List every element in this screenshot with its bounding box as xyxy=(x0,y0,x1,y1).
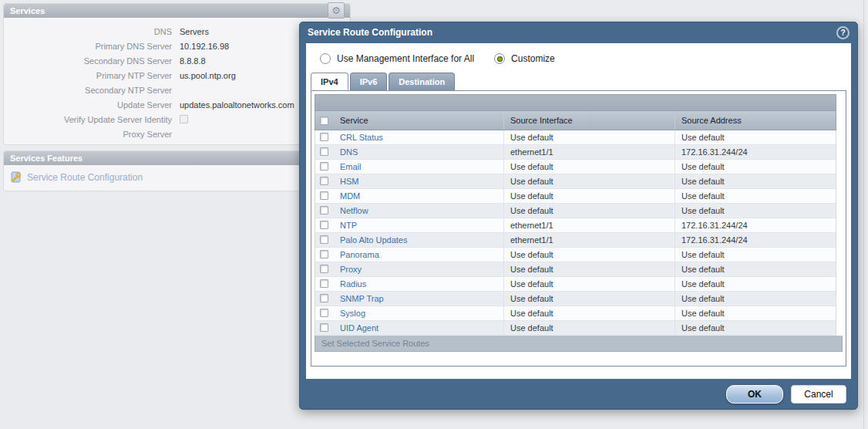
source-interface-cell: Use default xyxy=(503,160,675,174)
service-link[interactable]: SNMP Trap xyxy=(340,294,384,303)
table-row[interactable]: DNSethernet1/1172.16.31.244/24 xyxy=(315,145,836,160)
services-row-value: 10.192.16.98 xyxy=(172,42,229,51)
table-row[interactable]: PanoramaUse defaultUse default xyxy=(315,248,836,262)
radio-option-customize[interactable]: Customize xyxy=(494,53,555,64)
source-address-cell: Use default xyxy=(675,174,836,188)
service-route-wrench-icon xyxy=(10,171,22,184)
service-cell: NTP xyxy=(334,221,503,230)
row-checkbox[interactable] xyxy=(320,191,328,200)
service-link[interactable]: UID Agent xyxy=(340,323,378,333)
column-header-service[interactable]: Service xyxy=(334,111,503,130)
service-link[interactable]: Syslog xyxy=(340,309,365,318)
table-row[interactable]: UID AgentUse defaultUse default xyxy=(315,321,836,336)
radio-option-use-management-interface-for-all[interactable]: Use Management Interface for All xyxy=(320,53,474,64)
service-link[interactable]: Netflow xyxy=(340,206,368,215)
service-link[interactable]: MDM xyxy=(340,191,360,201)
row-checkbox-cell xyxy=(315,206,334,216)
source-interface-cell: ethernet1/1 xyxy=(503,145,675,159)
set-selected-service-routes-button[interactable]: Set Selected Service Routes xyxy=(315,336,843,352)
service-cell: Netflow xyxy=(334,206,503,215)
gear-icon[interactable]: ⚙ xyxy=(328,2,345,19)
service-cell: Palo Alto Updates xyxy=(334,235,503,245)
services-panel-header: Services ⚙ xyxy=(4,4,350,18)
services-row-value: us.pool.ntp.org xyxy=(172,71,236,80)
column-header-source-interface[interactable]: Source Interface xyxy=(503,111,675,130)
verify-update-server-identity-checkbox[interactable] xyxy=(180,115,188,123)
table-row[interactable]: SyslogUse defaultUse default xyxy=(315,306,836,321)
tab-ipv6[interactable]: IPv6 xyxy=(350,73,388,90)
row-checkbox[interactable] xyxy=(320,206,328,214)
row-checkbox-cell xyxy=(315,191,334,201)
services-row-label: Primary NTP Server xyxy=(4,71,172,80)
radio-selected-icon xyxy=(494,53,505,64)
ok-button[interactable]: OK xyxy=(726,385,783,404)
table-row[interactable]: ProxyUse defaultUse default xyxy=(315,262,836,277)
services-row: Primary DNS Server10.192.16.98 xyxy=(4,39,350,53)
row-checkbox-cell xyxy=(315,323,334,333)
row-checkbox[interactable] xyxy=(320,279,328,288)
row-checkbox[interactable] xyxy=(320,221,328,229)
service-link[interactable]: DNS xyxy=(340,147,358,157)
service-route-configuration-row[interactable]: Service Route Configuration xyxy=(4,165,350,191)
row-checkbox[interactable] xyxy=(320,133,328,141)
services-row-value: 8.8.8.8 xyxy=(172,56,206,66)
services-row-label: Primary DNS Server xyxy=(4,42,172,51)
row-checkbox[interactable] xyxy=(320,294,328,302)
service-cell: DNS xyxy=(334,147,503,157)
source-address-cell: Use default xyxy=(675,306,836,320)
table-row[interactable]: HSMUse defaultUse default xyxy=(315,174,836,189)
tab-destination[interactable]: Destination xyxy=(389,73,455,90)
table-row[interactable]: EmailUse defaultUse default xyxy=(315,160,836,174)
table-row[interactable]: NTPethernet1/1172.16.31.244/24 xyxy=(315,218,836,233)
service-link[interactable]: CRL Status xyxy=(340,133,383,142)
source-address-cell: Use default xyxy=(675,204,836,218)
services-row: Primary NTP Serverus.pool.ntp.org xyxy=(4,68,350,83)
row-checkbox[interactable] xyxy=(320,235,328,244)
service-link[interactable]: HSM xyxy=(340,177,358,186)
table-row[interactable]: RadiusUse defaultUse default xyxy=(315,277,836,292)
source-interface-cell: ethernet1/1 xyxy=(503,218,675,232)
service-link[interactable]: Panorama xyxy=(340,250,379,259)
row-checkbox[interactable] xyxy=(320,265,328,273)
table-row[interactable]: CRL StatusUse defaultUse default xyxy=(315,130,836,145)
table-body: CRL StatusUse defaultUse defaultDNSether… xyxy=(315,130,836,336)
cancel-button[interactable]: Cancel xyxy=(791,385,846,404)
row-checkbox[interactable] xyxy=(320,250,328,258)
row-checkbox[interactable] xyxy=(320,162,328,171)
row-checkbox-cell xyxy=(315,279,334,289)
services-row: Verify Update Server Identity xyxy=(4,112,350,127)
service-route-configuration-link[interactable]: Service Route Configuration xyxy=(27,172,143,183)
source-interface-cell: ethernet1/1 xyxy=(503,233,675,247)
row-checkbox[interactable] xyxy=(320,147,328,156)
column-header-source-address[interactable]: Source Address xyxy=(675,111,836,130)
source-interface-cell: Use default xyxy=(503,292,675,306)
source-address-cell: 172.16.31.244/24 xyxy=(675,218,836,232)
service-link[interactable]: Email xyxy=(340,162,362,171)
service-link[interactable]: Palo Alto Updates xyxy=(340,235,407,245)
tab-ipv4[interactable]: IPv4 xyxy=(311,73,348,90)
help-icon[interactable]: ? xyxy=(836,26,849,39)
table-row[interactable]: SNMP TrapUse defaultUse default xyxy=(315,292,836,306)
service-cell: UID Agent xyxy=(334,323,503,333)
row-checkbox[interactable] xyxy=(320,309,328,317)
service-link[interactable]: NTP xyxy=(340,221,357,230)
source-address-cell: Use default xyxy=(675,160,836,174)
radio-unselected-icon xyxy=(320,53,331,64)
table-row[interactable]: NetflowUse defaultUse default xyxy=(315,204,836,218)
source-interface-cell: Use default xyxy=(503,306,675,320)
select-all-checkbox[interactable] xyxy=(320,117,328,125)
service-link[interactable]: Radius xyxy=(340,279,366,289)
service-route-configuration-dialog: Service Route Configuration ? Use Manage… xyxy=(299,22,858,410)
source-interface-cell: Use default xyxy=(503,189,675,203)
table-wrap: Service Source Interface Source Address … xyxy=(315,94,836,336)
table-row[interactable]: MDMUse defaultUse default xyxy=(315,189,836,204)
service-link[interactable]: Proxy xyxy=(340,265,362,274)
dialog-footer: OK Cancel xyxy=(300,379,857,409)
row-checkbox[interactable] xyxy=(320,323,328,332)
row-checkbox[interactable] xyxy=(320,177,328,185)
table-row[interactable]: Palo Alto Updatesethernet1/1172.16.31.24… xyxy=(315,233,836,248)
radio-dot xyxy=(497,56,503,62)
service-cell: SNMP Trap xyxy=(334,294,503,303)
row-checkbox-cell xyxy=(315,235,334,245)
row-checkbox-cell xyxy=(315,162,334,172)
